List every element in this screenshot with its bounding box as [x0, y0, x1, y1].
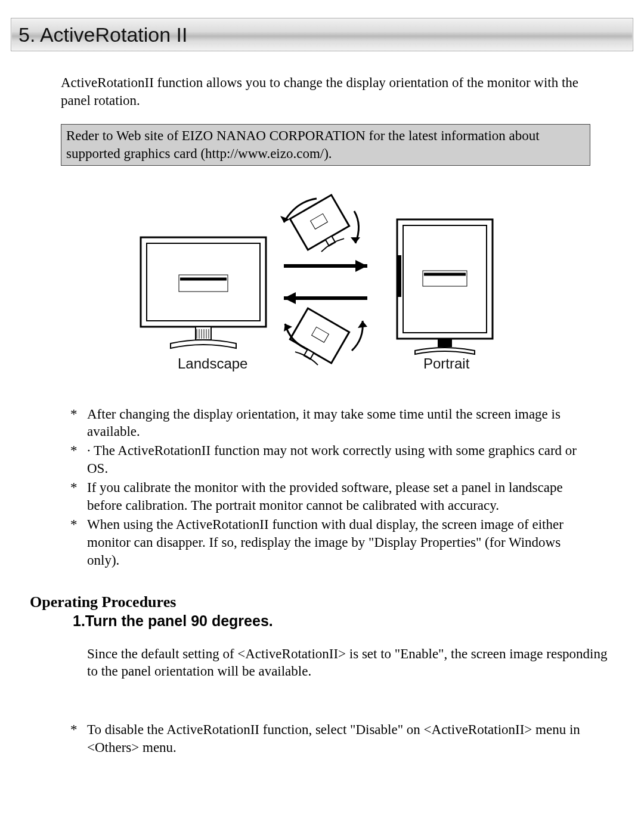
note-item: To disable the ActiveRotationII function… — [66, 721, 614, 757]
svg-marker-15 — [351, 237, 360, 243]
section-header: 5. ActiveRotation II — [11, 18, 633, 51]
svg-rect-28 — [438, 339, 452, 347]
operating-heading: Operating Procedures — [30, 593, 614, 611]
intro-paragraph: ActiveRotationII function allows you to … — [61, 74, 590, 110]
svg-rect-2 — [179, 275, 228, 292]
svg-marker-22 — [358, 321, 367, 328]
notes-list: After changing the display orientation, … — [66, 405, 590, 569]
landscape-label: Landscape — [178, 354, 247, 373]
rotating-monitor-bottom-icon — [286, 308, 349, 368]
note-item: When using the ActiveRotationII function… — [66, 516, 590, 569]
step-1-body: Since the default setting of <ActiveRota… — [87, 645, 614, 681]
rotation-diagram: Landscape Portrait — [105, 190, 546, 374]
step-1-title: 1.Turn the panel 90 degrees. — [73, 612, 614, 630]
notes-list-2: To disable the ActiveRotationII function… — [66, 721, 614, 757]
content-area: ActiveRotationII function allows you to … — [61, 74, 590, 569]
section-title: 5. ActiveRotation II — [18, 23, 188, 47]
portrait-monitor-icon — [397, 219, 493, 354]
portrait-label: Portrait — [423, 354, 469, 373]
landscape-monitor-icon — [141, 237, 266, 348]
note-item: · The ActiveRotationII function may not … — [66, 442, 590, 478]
note-item: After changing the display orientation, … — [66, 405, 590, 441]
svg-marker-17 — [284, 292, 296, 304]
svg-marker-16 — [355, 260, 367, 272]
note-item: If you calibrate the monitor with the pr… — [66, 479, 590, 515]
operating-procedures-section: Operating Procedures 1.Turn the panel 90… — [30, 593, 614, 757]
page: 5. ActiveRotation II ActiveRotationII fu… — [0, 18, 644, 833]
diagram-svg — [105, 190, 546, 368]
info-note-box: Reder to Web site of EIZO NANAO CORPORAT… — [61, 124, 590, 166]
